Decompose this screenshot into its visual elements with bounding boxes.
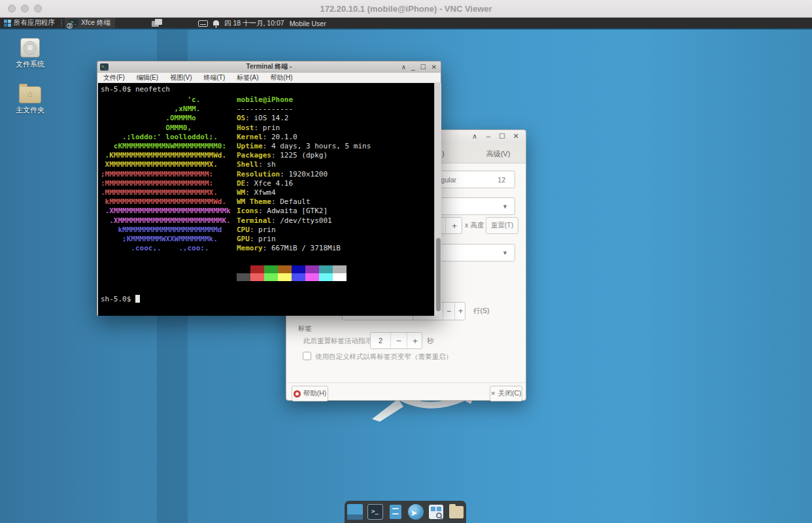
dock-item-file-manager[interactable]	[388, 504, 403, 520]
desktop-icon-home[interactable]: ⌂主文件夹	[10, 84, 50, 115]
dialog-shade-button[interactable]: ∧	[471, 132, 479, 141]
palette-swatch	[319, 265, 333, 273]
terminal-scrollbar-thumb[interactable]	[436, 238, 441, 311]
neofetch-info-line: CPU: prin	[237, 226, 371, 235]
terminal-window: >_ Terminal 终端 - ∧ _ ☐ ✕ 文件(F)编辑(E)视图(V)…	[97, 61, 441, 316]
palette-swatch	[278, 265, 292, 273]
neofetch-info-line: Packages: 1225 (dpkg)	[237, 151, 371, 160]
tab-indicator-spinner[interactable]: 2 − +	[370, 332, 422, 349]
ascii-art-line: .XMMMMMMMMMMMMMMMMMMMMMMMMK.	[101, 216, 231, 226]
terminal-first-line: sh-5.0$ neofetch	[101, 85, 170, 94]
rows-plus-button[interactable]: +	[454, 303, 465, 320]
applications-menu-button[interactable]: 所有应用程序	[0, 18, 59, 28]
info-label: OS	[237, 114, 245, 122]
menu-item-5[interactable]: 帮助(H)	[265, 73, 299, 82]
palette-swatch	[292, 273, 305, 281]
menu-item-3[interactable]: 终端(T)	[197, 73, 231, 82]
close-button-label: 关闭(C)	[498, 389, 522, 398]
palette-swatch	[250, 265, 264, 273]
neofetch-info-line: DE: Xfce 4.16	[237, 179, 371, 188]
menu-item-0[interactable]: 文件(F)	[97, 73, 131, 82]
indicator-plus-button[interactable]: +	[407, 333, 422, 348]
spin-plus-button[interactable]: +	[445, 218, 462, 233]
ascii-art-line: ;KMMMMMMMWXXWMMMMMMMk.	[101, 235, 231, 244]
neofetch-info-line: Kernel: 20.1.0	[237, 133, 371, 142]
ascii-art-line: .XMMMMMMMMMMMMMMMMMMMMMMMMMMk	[101, 207, 231, 216]
dock-item-show-desktop[interactable]	[347, 504, 363, 520]
font-size: 12	[498, 176, 505, 184]
menu-item-2[interactable]: 视图(V)	[164, 73, 197, 82]
custom-style-checkbox[interactable]	[303, 352, 311, 360]
neofetch-ascii-art: 'c. ,xNMM. .OMMMMo OMMM0, .;loddo:' lool…	[101, 95, 231, 253]
terminal-prompt-line: sh-5.0$	[101, 295, 140, 304]
info-label: Icons	[237, 207, 258, 215]
help-button[interactable]: 帮助(H)	[292, 386, 328, 401]
ascii-art-line: :MMMMMMMMMMMMMMMMMMMMMMMM:	[101, 179, 231, 188]
terminal-color-palette	[237, 265, 347, 281]
palette-swatch	[333, 265, 347, 273]
ascii-art-line: ,xNMM.	[101, 105, 231, 114]
terminal-maximize-button[interactable]: ☐	[420, 63, 426, 71]
menu-item-1[interactable]: 编辑(E)	[131, 73, 164, 82]
reset-button-label: 重置(T)	[491, 221, 513, 230]
neofetch-info-line: WM: Xfwm4	[237, 188, 371, 197]
ascii-art-line: .cooc,. .,coo:.	[101, 244, 231, 253]
macos-titlebar: 172.20.10.1 (mobile@iPhone) - VNC Viewer	[0, 0, 812, 18]
desktop-icon-filesystem[interactable]: 文件系统	[10, 38, 50, 69]
ascii-art-line: kMMMMMMMMMMMMMMMMMMMMMMd	[101, 226, 231, 235]
desktop-icon-label: 文件系统	[16, 59, 44, 69]
terminal-window-icon: >_	[100, 63, 109, 71]
palette-swatch	[237, 265, 250, 273]
neofetch-info-line: Resolution: 1920x1200	[237, 170, 371, 179]
palette-swatch	[305, 273, 319, 281]
ascii-art-line: .MMMMMMMMMMMMMMMMMMMMMMMMX.	[101, 188, 231, 197]
info-label: WM	[237, 188, 245, 197]
terminal-titlebar[interactable]: >_ Terminal 终端 - ∧ _ ☐ ✕	[97, 61, 441, 73]
reset-button[interactable]: 重置(T)	[486, 217, 518, 234]
terminal-shade-button[interactable]: ∧	[401, 63, 406, 71]
dialog-maximize-button[interactable]: ☐	[498, 132, 506, 141]
ascii-art-line: .OMMMMo	[101, 114, 231, 123]
tab-advanced[interactable]: 高级(V)	[475, 144, 522, 163]
tab-partial[interactable]: )	[442, 150, 445, 158]
terminal-scrollbar[interactable]	[434, 83, 441, 316]
rows-label: 行(S)	[473, 307, 490, 316]
dock-item-file-folder[interactable]	[448, 504, 464, 520]
palette-swatch	[278, 273, 292, 281]
neofetch-info-line: Shell: sh	[237, 160, 371, 169]
panel-clock[interactable]: 四 18 十一月, 10:07	[224, 19, 284, 28]
vnc-viewer-window: ∧ – ☐ ✕ ) 高级(V) Monospace Regular 12 ▼ −…	[0, 0, 812, 523]
info-label: Terminal	[237, 216, 271, 225]
close-x-icon: ✕	[490, 390, 496, 397]
dialog-minimize-button[interactable]: –	[484, 132, 492, 141]
neofetch-info-line: GPU: prin	[237, 235, 371, 244]
terminal-close-button[interactable]: ✕	[431, 63, 437, 71]
neofetch-info-line: Host: prin	[237, 124, 371, 133]
applications-menu-label: 所有应用程序	[14, 18, 55, 27]
info-label: GPU	[237, 235, 250, 243]
neofetch-info-line: -------------	[237, 105, 371, 114]
neofetch-info: mobile@iPhone-------------OS: iOS 14.2Ho…	[237, 95, 371, 253]
dock-item-terminal[interactable]: >_	[367, 504, 383, 520]
palette-swatch	[333, 273, 347, 281]
indicator-minus-button[interactable]: −	[390, 333, 407, 348]
panel-user-label: Mobile User	[290, 20, 326, 27]
dock-item-web-browser[interactable]: ➤	[408, 504, 424, 520]
terminal-content[interactable]: sh-5.0$ neofetch 'c. ,xNMM. .OMMMMo OMMM…	[98, 83, 441, 316]
close-button[interactable]: ✕ 关闭(C)	[490, 386, 522, 401]
info-label: Kernel	[237, 133, 263, 141]
notifications-bell-icon[interactable]	[213, 20, 219, 27]
terminal-app-icon: >_2	[69, 19, 78, 27]
cell-height-label: x 高度	[465, 221, 484, 230]
taskbar-button-xfce-terminal[interactable]: >_2 Xfce 终端	[65, 18, 115, 28]
tab-indicator-value: 2	[371, 333, 390, 348]
workspace-pager-icon[interactable]	[152, 19, 163, 27]
dock-item-app-finder[interactable]	[428, 504, 444, 520]
info-label: Memory	[237, 244, 263, 252]
menu-item-4[interactable]: 标签(A)	[231, 73, 264, 82]
dialog-close-button[interactable]: ✕	[512, 132, 520, 141]
keyboard-layout-icon[interactable]	[198, 20, 208, 27]
palette-swatch	[237, 273, 250, 281]
terminal-minimize-button[interactable]: _	[411, 63, 415, 71]
rows-minus-button[interactable]: −	[443, 303, 454, 320]
